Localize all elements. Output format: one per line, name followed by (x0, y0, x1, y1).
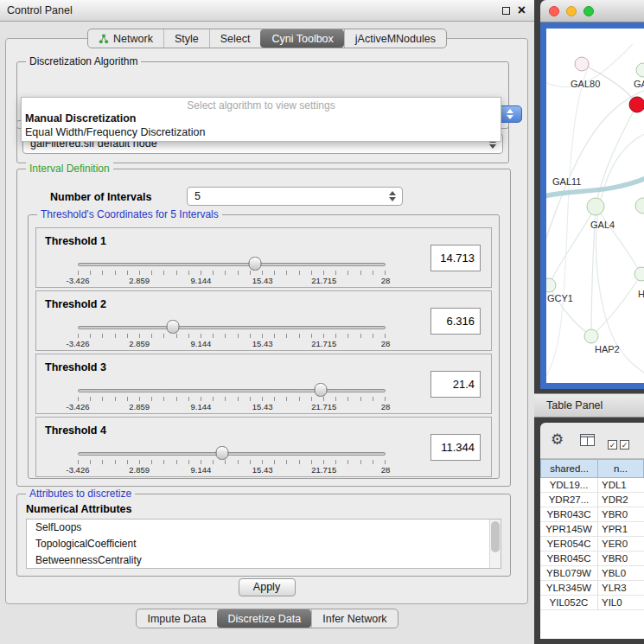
tab-impute-data[interactable]: Impute Data (137, 609, 216, 628)
scale-label: 15.43 (252, 339, 273, 348)
threshold-slider[interactable]: -3.426 2.859 9.144 15.43 21.715 28 (78, 321, 386, 350)
tab-select[interactable]: Select (209, 29, 261, 48)
table-header-row: shared... n... (540, 459, 644, 478)
control-panel-titlebar[interactable]: Control Panel × (0, 0, 534, 22)
number-of-intervals-value: 5 (194, 190, 201, 202)
gear-icon[interactable]: ⚙ (551, 431, 564, 449)
column-header-name[interactable]: n... (598, 459, 644, 478)
attributes-scrollbar[interactable] (489, 520, 501, 568)
threshold-value-field[interactable]: 14.713 (430, 245, 481, 271)
cell-shared-name[interactable]: YDR27... (540, 493, 598, 507)
tab-style[interactable]: Style (163, 29, 209, 48)
tab-discretize-data[interactable]: Discretize Data (217, 609, 312, 628)
network-window-titlebar[interactable] (540, 0, 644, 22)
table-row[interactable]: YPR145W YPR1 (540, 522, 644, 537)
slider-track[interactable] (78, 389, 386, 392)
table-row[interactable]: YER054C YER0 (540, 537, 644, 552)
close-icon[interactable]: × (518, 5, 526, 16)
slider-thumb[interactable] (315, 383, 328, 397)
discretization-algorithm-group: Discretization Algorithm Select algorith… (16, 61, 509, 129)
network-node[interactable] (635, 198, 644, 214)
scale-label: 2.859 (129, 465, 150, 475)
thresholds-container: Threshold 1 -3.426 2.859 9.144 (35, 227, 492, 480)
cell-shared-name[interactable]: YBL079W (540, 566, 598, 580)
table-panel-header[interactable]: Table Panel (534, 393, 644, 418)
control-panel-window: Control Panel × Discretization Algorithm… (0, 0, 534, 644)
slider-thumb[interactable] (216, 446, 229, 460)
threshold-slider[interactable]: -3.426 2.859 9.144 15.43 21.715 28 (78, 384, 386, 413)
slider-thumb[interactable] (167, 320, 180, 334)
tab-infer-network[interactable]: Infer Network (311, 609, 397, 628)
thresholds-group-title: Threshold's Coordinates for 5 Intervals (37, 208, 222, 220)
cell-shared-name[interactable]: YDL19... (540, 478, 598, 492)
cell-shared-name[interactable]: YIL052C (540, 596, 598, 609)
tab-network[interactable]: Network (88, 29, 163, 48)
zoom-traffic-light-icon[interactable] (583, 6, 594, 16)
table-row[interactable]: YBR045C YBR0 (540, 552, 644, 566)
cell-name[interactable]: YBR0 (598, 507, 644, 521)
threshold-value-field[interactable]: 21.4 (430, 371, 481, 398)
close-traffic-light-icon[interactable] (549, 6, 559, 16)
cell-shared-name[interactable]: YLR345W (540, 581, 598, 595)
cell-name[interactable]: YER0 (598, 537, 644, 551)
cell-name[interactable]: YLR3 (598, 581, 644, 595)
apply-button[interactable]: Apply (239, 578, 296, 596)
algorithm-option-manual[interactable]: Manual Discretization (22, 112, 501, 125)
threshold-slider[interactable]: -3.426 2.859 9.144 15.43 21.715 28 (78, 258, 386, 287)
cell-shared-name[interactable]: YPR145W (540, 522, 598, 536)
cell-shared-name[interactable]: YBR043C (540, 507, 598, 521)
network-node[interactable] (584, 329, 598, 343)
scale-label: 2.859 (129, 402, 150, 411)
slider-track[interactable] (78, 263, 386, 266)
table-row[interactable]: YDR27... YDR2 (540, 493, 644, 507)
network-node[interactable] (636, 63, 644, 77)
column-header-shared-name[interactable]: shared... (540, 459, 598, 478)
cell-name[interactable]: YDL1 (598, 478, 644, 492)
table-row[interactable]: YLR345W YLR3 (540, 581, 644, 596)
cell-name[interactable]: YIL0 (598, 596, 644, 609)
algorithm-combo-button[interactable] (498, 105, 522, 123)
scale-label: 15.43 (252, 465, 273, 475)
scrollbar-thumb[interactable] (491, 521, 500, 552)
attribute-list-item[interactable]: SelfLoops (27, 520, 501, 536)
table-row[interactable]: YIL052C YIL0 (540, 596, 644, 610)
cell-name[interactable]: YBR0 (598, 552, 644, 565)
cell-shared-name[interactable]: YBR045C (540, 552, 598, 565)
network-canvas[interactable]: GAL80 GA GAL11 GAL4 GCY1 HAP2 H (546, 29, 644, 383)
cell-shared-name[interactable]: YER054C (540, 537, 598, 551)
attributes-group-title: Attributes to discretize (26, 488, 135, 500)
network-node-selected-red[interactable] (629, 97, 644, 112)
threshold-value-field[interactable]: 6.316 (430, 308, 481, 335)
cell-name[interactable]: YPR1 (598, 522, 644, 536)
columns-icon[interactable] (580, 434, 595, 446)
tab-jactivemnodules[interactable]: jActiveMNodules (344, 29, 446, 48)
network-node[interactable] (634, 267, 644, 281)
threshold-slider[interactable]: -3.426 2.859 9.144 15.43 21.715 28 (78, 447, 386, 476)
attribute-list-item[interactable]: BetweennessCentrality (27, 552, 501, 569)
node-label: GA (634, 79, 644, 89)
number-of-intervals-select[interactable]: 5 (187, 187, 403, 206)
cell-name[interactable]: YDR2 (598, 493, 644, 507)
minimize-traffic-light-icon[interactable] (566, 6, 577, 16)
table-row[interactable]: YDL19... YDL1 (540, 478, 644, 493)
scale-label: -3.426 (67, 402, 90, 411)
threshold-label: Threshold 1 (45, 235, 106, 247)
threshold-value-field[interactable]: 11.344 (430, 434, 481, 461)
network-node[interactable] (587, 198, 604, 215)
table-row[interactable]: YBR043C YBR0 (540, 507, 644, 522)
slider-thumb[interactable] (249, 257, 262, 271)
attribute-list-item[interactable]: TopologicalCoefficient (27, 536, 501, 552)
slider-track[interactable] (78, 452, 386, 456)
network-node[interactable] (546, 278, 556, 292)
select-all-checkboxes-icon[interactable]: ✓✓ (608, 436, 632, 451)
table-row[interactable]: YBL079W YBL0 (540, 566, 644, 581)
network-node[interactable] (575, 57, 589, 71)
slider-track[interactable] (78, 326, 386, 329)
scale-label: 21.715 (311, 465, 336, 475)
threshold-panel: Threshold 4 -3.426 2.859 9.144 (35, 417, 492, 477)
cell-name[interactable]: YBL0 (598, 566, 644, 580)
algorithm-option-equal-width[interactable]: Equal Width/Frequency Discretization (22, 125, 501, 139)
algorithm-placeholder: Select algorithm to view settings (22, 98, 501, 112)
float-window-icon[interactable] (502, 7, 510, 15)
tab-cyni-toolbox[interactable]: Cyni Toolbox (260, 29, 343, 48)
